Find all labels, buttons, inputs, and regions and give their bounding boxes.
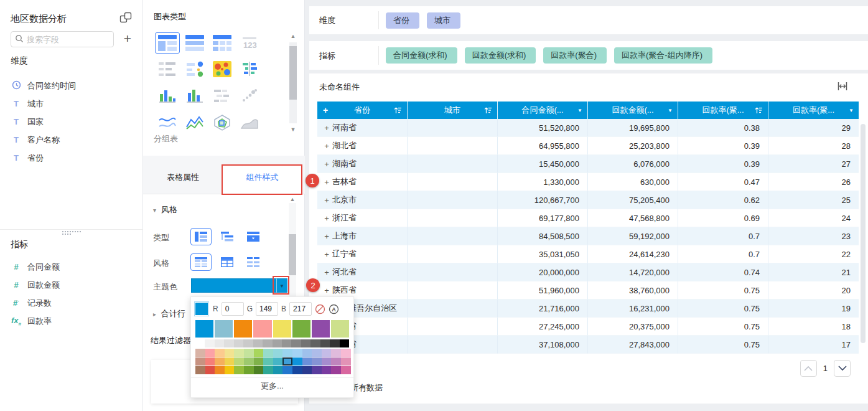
- search-field-box[interactable]: [11, 31, 114, 47]
- dimension-field-item[interactable]: 合同签约时间: [0, 77, 143, 95]
- measure-chip[interactable]: 合同金额(求和): [386, 47, 457, 64]
- palette-color-swatch[interactable]: [234, 366, 244, 374]
- table-row[interactable]: +新疆维吾尔自治区 21,716,000 16,231,000 0.75 19: [317, 300, 859, 318]
- palette-color-swatch[interactable]: [225, 366, 235, 374]
- table-row[interactable]: +上海市 84,508,500 59,192,000 0.7 23: [317, 227, 859, 245]
- table-row[interactable]: +湖北省 64,955,800 25,203,800 0.39 28: [317, 137, 859, 155]
- palette-color-swatch[interactable]: [312, 349, 322, 357]
- line-chart-icon[interactable]: [155, 112, 180, 133]
- table-row[interactable]: +吉林省 1,330,000 630,000 0.47 26: [317, 173, 859, 191]
- column-header[interactable]: 回款率(聚...: [678, 102, 768, 119]
- preset-color-swatch[interactable]: [292, 320, 310, 338]
- expand-row-icon[interactable]: +: [321, 268, 332, 277]
- palette-color-swatch[interactable]: [263, 349, 273, 357]
- palette-color-swatch[interactable]: [282, 366, 292, 374]
- palette-color-swatch[interactable]: [341, 357, 351, 366]
- palette-color-swatch[interactable]: [322, 366, 332, 374]
- palette-color-swatch[interactable]: [322, 349, 332, 357]
- measure-chip[interactable]: 回款金额(求和): [465, 47, 536, 64]
- gray-color-swatch[interactable]: [263, 339, 272, 347]
- style-section-header[interactable]: ▾风格: [153, 204, 177, 215]
- expand-row-icon[interactable]: +: [321, 286, 332, 295]
- no-color-icon[interactable]: [315, 304, 325, 314]
- gray-color-swatch[interactable]: [234, 339, 243, 347]
- multi-line-chart-icon[interactable]: [182, 112, 207, 133]
- palette-color-swatch[interactable]: [282, 349, 292, 357]
- dimension-field-item[interactable]: T 国家: [0, 113, 143, 131]
- measure-field-item[interactable]: # 合同金额: [0, 258, 143, 276]
- filter-dropdown-icon[interactable]: ▼: [849, 108, 854, 113]
- palette-color-swatch[interactable]: [205, 366, 215, 374]
- scatter-chart-icon[interactable]: [237, 85, 262, 106]
- grouped-table-icon[interactable]: [155, 32, 180, 54]
- chart-grid-scrollbar[interactable]: ▲ ▼: [289, 32, 297, 135]
- palette-color-swatch[interactable]: [341, 349, 351, 357]
- expand-row-icon[interactable]: +: [321, 141, 332, 151]
- palette-color-swatch[interactable]: [215, 349, 225, 357]
- expand-row-icon[interactable]: +: [321, 214, 332, 223]
- measure-chip[interactable]: 回款率(聚合): [543, 47, 607, 64]
- preset-color-swatch[interactable]: [215, 320, 233, 338]
- colored-map-icon[interactable]: [210, 59, 235, 80]
- palette-color-swatch[interactable]: [225, 349, 235, 357]
- progress-card-icon[interactable]: [182, 59, 207, 80]
- page-down-button[interactable]: [834, 360, 851, 377]
- switch-dataset-icon[interactable]: [119, 12, 132, 24]
- scroll-down-icon[interactable]: ▼: [289, 126, 297, 133]
- palette-color-swatch[interactable]: [273, 357, 283, 366]
- preset-color-swatch[interactable]: [234, 320, 252, 338]
- palette-color-swatch[interactable]: [341, 366, 351, 374]
- palette-color-swatch[interactable]: [225, 357, 235, 366]
- preset-color-swatch[interactable]: [195, 320, 213, 338]
- palette-color-swatch[interactable]: [292, 349, 302, 357]
- expand-row-icon[interactable]: +: [321, 159, 332, 169]
- palette-color-swatch[interactable]: [292, 357, 302, 366]
- measure-field-item[interactable]: #· 记录数: [0, 294, 143, 312]
- expand-row-icon[interactable]: +: [321, 177, 332, 187]
- palette-color-swatch[interactable]: [195, 357, 205, 366]
- tab-table-attributes[interactable]: 表格属性: [143, 164, 223, 194]
- table-scrollbar[interactable]: [861, 120, 866, 347]
- expand-row-icon[interactable]: +: [321, 196, 332, 205]
- table-row[interactable]: +辽宁省 35,031,050 24,614,230 0.7 22: [317, 245, 859, 263]
- palette-color-swatch[interactable]: [331, 357, 341, 366]
- gray-color-swatch[interactable]: [291, 339, 301, 347]
- measure-field-item[interactable]: fx# 回款率: [0, 312, 143, 330]
- area-chart-icon[interactable]: [237, 112, 262, 133]
- table-row[interactable]: +安徽省 27,245,000 20,375,000 0.75 18: [317, 318, 859, 336]
- palette-color-swatch[interactable]: [215, 357, 225, 366]
- expand-row-icon[interactable]: +: [321, 123, 332, 133]
- auto-color-icon[interactable]: A: [329, 304, 339, 314]
- palette-color-swatch[interactable]: [302, 366, 312, 374]
- type-tree-table-icon[interactable]: [217, 228, 238, 245]
- expand-row-icon[interactable]: +: [321, 232, 332, 241]
- b-input[interactable]: [289, 302, 312, 316]
- palette-color-swatch[interactable]: [312, 357, 322, 366]
- column-chart-icon[interactable]: [182, 85, 207, 106]
- theme-color-swatch[interactable]: [191, 278, 276, 293]
- style-simple-icon[interactable]: [243, 253, 264, 271]
- palette-color-swatch[interactable]: [273, 366, 283, 374]
- expand-row-icon[interactable]: +: [321, 250, 332, 259]
- palette-color-swatch[interactable]: [312, 366, 322, 374]
- gray-color-swatch[interactable]: [253, 339, 263, 347]
- palette-color-swatch[interactable]: [205, 349, 215, 357]
- kpi-list-icon[interactable]: [155, 59, 180, 80]
- dimension-field-item[interactable]: T 省份: [0, 149, 143, 167]
- page-up-button[interactable]: [800, 360, 817, 377]
- expand-width-icon[interactable]: [838, 82, 847, 92]
- add-field-button[interactable]: +: [121, 31, 134, 47]
- current-color-swatch[interactable]: [195, 303, 208, 315]
- show-all-data-text[interactable]: 所有数据: [350, 382, 383, 394]
- total-row-section-header[interactable]: ▸合计行: [153, 308, 185, 319]
- palette-color-swatch[interactable]: [254, 349, 264, 357]
- tornado-chart-icon[interactable]: [237, 59, 262, 80]
- scrollbar-thumb[interactable]: [289, 46, 297, 100]
- palette-color-swatch[interactable]: [273, 349, 283, 357]
- column-header[interactable]: + 省份: [317, 102, 408, 119]
- gray-color-swatch[interactable]: [310, 339, 320, 347]
- table-row[interactable]: +浙江省 69,177,800 47,568,800 0.69 24: [317, 209, 859, 227]
- palette-color-swatch[interactable]: [254, 357, 264, 366]
- table-row[interactable]: +湖南省 15,450,000 6,076,000 0.39 27: [317, 155, 859, 173]
- palette-color-swatch[interactable]: [244, 357, 254, 366]
